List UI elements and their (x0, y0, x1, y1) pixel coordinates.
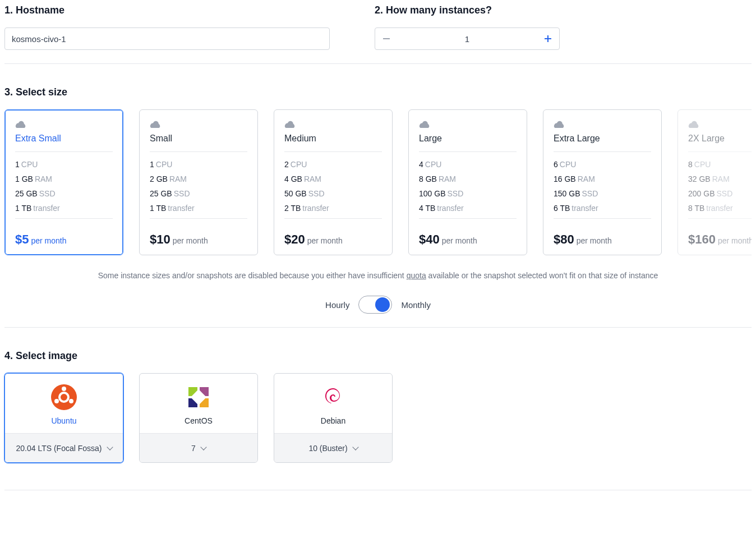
price-value: $20 (284, 232, 305, 246)
image-card-debian[interactable]: Debian10 (Buster) (274, 373, 393, 463)
size-name: Extra Small (15, 134, 113, 144)
price-value: $160 (688, 232, 716, 246)
cloud-icon (15, 120, 26, 128)
image-version-label: 7 (191, 444, 196, 453)
cloud-icon (150, 120, 161, 128)
price-value: $40 (419, 232, 440, 246)
cloud-icon (284, 120, 296, 128)
cloud-icon (688, 120, 699, 128)
instances-stepper: 1 (375, 27, 560, 50)
monthly-label: Monthly (401, 300, 431, 310)
size-card-2x-large: 2X Large8CPU32 GBRAM200 GBSSD8 TBtransfe… (677, 109, 752, 255)
image-name: CentOS (185, 416, 213, 425)
size-name: Small (150, 134, 247, 144)
image-card-centos[interactable]: CentOS7 (139, 373, 258, 463)
size-card-small[interactable]: Small1CPU2 GBRAM25 GBSSD1 TBtransfer$10p… (139, 109, 258, 255)
image-version-selector[interactable]: 10 (Buster) (274, 433, 392, 462)
size-card-extra-small[interactable]: Extra Small1CPU1 GBRAM25 GBSSD1 TBtransf… (4, 109, 123, 255)
size-card-extra-large[interactable]: Extra Large6CPU16 GBRAM150 GBSSD6 TBtran… (543, 109, 662, 255)
hostname-heading: 1. Hostname (4, 4, 330, 16)
minus-icon (383, 38, 390, 39)
image-version-selector[interactable]: 7 (140, 433, 257, 462)
chevron-down-icon (107, 444, 113, 450)
debian-logo-icon (320, 384, 347, 411)
size-card-medium[interactable]: Medium2CPU4 GBRAM50 GBSSD2 TBtransfer$20… (274, 109, 393, 255)
toggle-knob (375, 297, 390, 312)
quota-link[interactable]: quota (407, 271, 426, 280)
size-card-large[interactable]: Large4CPU8 GBRAM100 GBSSD4 TBtransfer$40… (408, 109, 527, 255)
instances-decrement-button[interactable] (375, 28, 398, 49)
chevron-down-icon (200, 444, 206, 450)
cloud-icon (554, 120, 565, 128)
price-value: $10 (150, 232, 170, 246)
price-value: $80 (554, 232, 574, 246)
cloud-icon (419, 120, 430, 128)
image-name: Debian (321, 416, 345, 425)
image-version-label: 20.04 LTS (Focal Fossa) (16, 444, 102, 453)
svg-point-2 (62, 387, 66, 391)
svg-point-3 (69, 399, 73, 403)
image-version-selector[interactable]: 20.04 LTS (Focal Fossa) (5, 433, 123, 462)
image-card-ubuntu[interactable]: Ubuntu20.04 LTS (Focal Fossa) (4, 373, 123, 463)
image-heading: 4. Select image (4, 350, 752, 362)
image-version-label: 10 (Buster) (308, 444, 347, 453)
price-value: $5 (15, 232, 29, 246)
size-heading: 3. Select size (4, 86, 752, 98)
size-name: 2X Large (688, 134, 752, 144)
quota-note: Some instance sizes and/or snapshots are… (4, 271, 752, 280)
ubuntu-logo-icon (50, 384, 77, 411)
plus-icon (545, 35, 551, 42)
size-name: Extra Large (554, 134, 651, 144)
image-name: Ubuntu (51, 416, 76, 425)
hourly-label: Hourly (325, 300, 349, 310)
instances-heading: 2. How many instances? (375, 4, 752, 16)
instances-increment-button[interactable] (537, 28, 559, 49)
divider (4, 327, 752, 328)
billing-toggle[interactable] (358, 296, 392, 314)
size-name: Large (419, 134, 517, 144)
divider (4, 490, 752, 490)
centos-logo-icon (185, 384, 212, 411)
divider (4, 63, 752, 64)
hostname-input[interactable] (4, 27, 330, 50)
svg-point-4 (54, 399, 59, 403)
instances-value: 1 (398, 34, 537, 44)
size-name: Medium (284, 134, 382, 144)
chevron-down-icon (352, 444, 358, 450)
